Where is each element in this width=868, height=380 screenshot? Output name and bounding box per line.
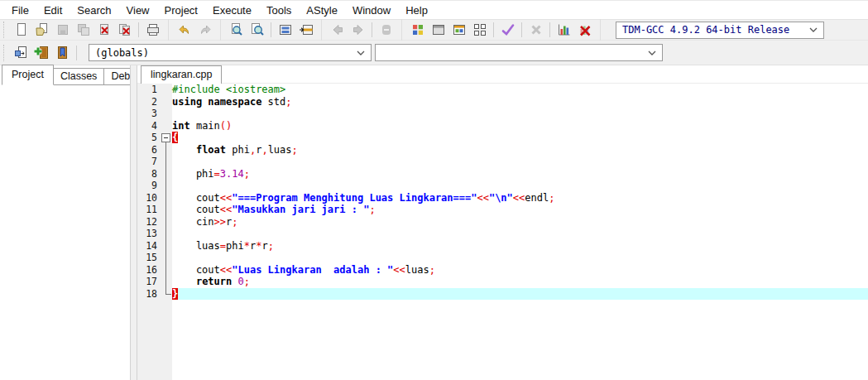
tab-project[interactable]: Project	[2, 65, 54, 85]
gutter-cell[interactable]: 15	[137, 252, 172, 264]
toolbar-band-edge	[163, 19, 169, 41]
code-text[interactable]: {	[172, 132, 868, 144]
goto-function-button[interactable]	[275, 20, 295, 40]
code-text[interactable]: cout<<"Masukkan jari jari : ";	[172, 204, 868, 216]
code-text[interactable]: cin>>r;	[172, 216, 868, 228]
close-file-button[interactable]	[94, 20, 114, 40]
gutter-cell[interactable]: 16	[137, 264, 172, 277]
gutter-cell[interactable]: 9	[137, 180, 172, 192]
toolbar-grip[interactable]	[3, 22, 7, 38]
gutter-cell[interactable]: 7	[137, 156, 172, 168]
gutter-cell[interactable]: 14	[137, 240, 172, 253]
remove-from-project-icon	[55, 45, 70, 60]
code-text[interactable]	[172, 228, 868, 240]
gutter-cell[interactable]: 6	[137, 144, 172, 156]
compile-and-run-button[interactable]	[448, 20, 469, 40]
gutter-cell[interactable]: 12	[137, 216, 172, 228]
menu-item-edit[interactable]: Edit	[36, 2, 70, 19]
new-unit-button[interactable]	[11, 43, 31, 63]
gutter-cell[interactable]: 11	[137, 204, 172, 216]
redo-button[interactable]	[194, 20, 215, 40]
tab-classes[interactable]: Classes	[53, 68, 104, 85]
gutter-cell[interactable]: 10	[137, 192, 172, 204]
line-number: 15	[137, 252, 160, 264]
line-number: 11	[137, 204, 160, 216]
menu-item-window[interactable]: Window	[345, 2, 398, 19]
close-all-button[interactable]	[114, 20, 135, 40]
nav-forward-button[interactable]	[348, 20, 368, 40]
toolbar-band-edge	[316, 19, 322, 41]
code-line: 17 return 0;	[137, 276, 868, 288]
gutter-cell[interactable]: 4	[137, 120, 172, 132]
code-line: 15	[137, 252, 868, 264]
pause-button[interactable]	[376, 20, 396, 40]
save-icon	[55, 22, 70, 37]
menu-item-search[interactable]: Search	[70, 2, 118, 19]
menu-item-astyle[interactable]: AStyle	[299, 2, 345, 19]
code-text[interactable]: cout<<"Luas Lingkaran adalah : "<<luas;	[172, 264, 868, 277]
rebuild-all-icon	[472, 22, 487, 37]
abort-compilation-button[interactable]	[525, 20, 546, 40]
undo-button[interactable]	[174, 20, 194, 40]
print-button[interactable]	[142, 20, 163, 40]
code-text[interactable]: #include <iostream>	[172, 84, 868, 96]
code-text[interactable]: int main()	[172, 120, 868, 132]
save-all-button[interactable]	[73, 20, 94, 40]
gutter-cell[interactable]: 5	[137, 132, 172, 144]
code-text[interactable]	[172, 252, 868, 264]
menu-item-tools[interactable]: Tools	[259, 2, 299, 19]
delete-profiling-data-button[interactable]	[574, 20, 595, 40]
gutter-cell[interactable]: 1	[137, 84, 172, 96]
gutter-cell[interactable]: 2	[137, 96, 172, 108]
new-file-button[interactable]	[11, 20, 31, 40]
goto-line-button[interactable]	[295, 20, 316, 40]
editor-tab-lingkaran-cpp[interactable]: lingkaran.cpp	[141, 65, 222, 84]
editor-tab-bar: lingkaran.cpp	[137, 65, 868, 84]
menu-item-execute[interactable]: Execute	[205, 2, 259, 19]
code-text[interactable]	[172, 180, 868, 192]
profile-analysis-button[interactable]	[554, 20, 574, 40]
menu-item-project[interactable]: Project	[157, 2, 205, 19]
syntax-check-button[interactable]	[497, 20, 518, 40]
code-text[interactable]: phi=3.14;	[172, 168, 868, 180]
code-text[interactable]	[172, 108, 868, 120]
replace-button[interactable]	[247, 20, 267, 40]
toolbar-grip[interactable]	[3, 45, 7, 61]
code-text[interactable]	[172, 300, 868, 380]
code-text[interactable]	[172, 156, 868, 168]
panel-splitter[interactable]	[130, 65, 137, 380]
menu-item-help[interactable]: Help	[398, 2, 435, 19]
globals-combobox[interactable]: (globals)	[89, 44, 372, 61]
compiler-combobox[interactable]: TDM-GCC 4.9.2 64-bit Release	[616, 22, 824, 39]
code-text[interactable]: cout<<"===Program Menghitung Luas Lingka…	[172, 192, 868, 204]
project-browser-panel[interactable]	[0, 85, 130, 380]
nav-back-button[interactable]	[327, 20, 348, 40]
find-button[interactable]	[226, 20, 247, 40]
toolbar-project: (globals)	[0, 41, 868, 65]
fold-margin	[160, 216, 172, 228]
code-text-current-line[interactable]: }	[172, 288, 868, 301]
gutter-cell[interactable]: 3	[137, 108, 172, 120]
gutter-cell[interactable]: 18	[137, 288, 172, 301]
toolbar-main: TDM-GCC 4.9.2 64-bit Release	[0, 19, 868, 41]
gutter-cell[interactable]: 13	[137, 228, 172, 240]
compile-and-run-icon	[452, 22, 467, 37]
gutter-cell[interactable]: 8	[137, 168, 172, 180]
code-text[interactable]: float phi,r,luas;	[172, 144, 868, 156]
code-text[interactable]: luas=phi*r*r;	[172, 240, 868, 253]
menu-item-view[interactable]: View	[119, 2, 157, 19]
rebuild-all-button[interactable]	[469, 20, 490, 40]
open-file-button[interactable]	[31, 20, 52, 40]
add-to-project-button[interactable]	[31, 43, 52, 63]
members-combobox[interactable]	[375, 44, 663, 61]
editor-body[interactable]: 1#include <iostream>2using namespace std…	[137, 84, 868, 380]
gutter-cell[interactable]: 17	[137, 276, 172, 288]
compile-button[interactable]	[407, 20, 428, 40]
save-button[interactable]	[52, 20, 73, 40]
code-text[interactable]: return 0;	[172, 276, 868, 288]
code-text[interactable]: using namespace std;	[172, 96, 868, 108]
menu-item-file[interactable]: File	[4, 2, 36, 19]
remove-from-project-button[interactable]	[52, 43, 73, 63]
fold-toggle-icon[interactable]	[160, 132, 172, 144]
run-button[interactable]	[428, 20, 448, 40]
